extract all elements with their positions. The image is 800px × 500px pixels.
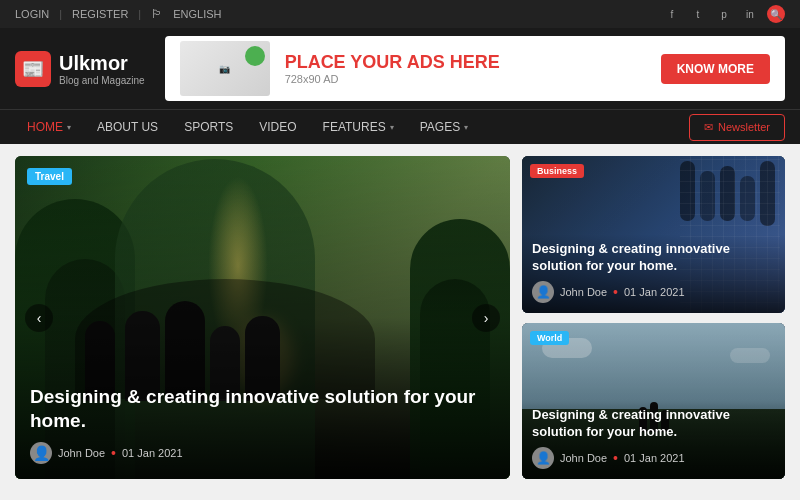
card-world-author-line: 👤 John Doe • 01 Jan 2021 [532, 447, 775, 469]
top-bar-left: LOGIN | REGISTER | 🏳 ENGLISH [15, 7, 221, 21]
card-world-dot: • [613, 450, 618, 466]
know-more-button[interactable]: KNOW MORE [661, 54, 770, 84]
top-bar: LOGIN | REGISTER | 🏳 ENGLISH f t p in 🔍 [0, 0, 800, 28]
chevron-down-icon: ▾ [464, 123, 468, 132]
featured-tag: Travel [27, 168, 72, 185]
nav-pages-label: PAGES [420, 120, 460, 134]
top-bar-right: f t p in 🔍 [663, 5, 785, 23]
featured-author-line: 👤 John Doe • 01 Jan 2021 [30, 442, 495, 464]
logo-sub: Blog and Magazine [59, 75, 145, 86]
side-cards: Business Designing & creating innovative… [522, 156, 785, 479]
separator: | [59, 8, 62, 20]
featured-author: John Doe [58, 447, 105, 459]
card-world[interactable]: World Designing & creating innovative so… [522, 323, 785, 480]
featured-avatar: 👤 [30, 442, 52, 464]
nav-sports-label: SPORTS [184, 120, 233, 134]
logo-text: Ulkmor Blog and Magazine [59, 52, 145, 86]
pinterest-icon[interactable]: p [715, 5, 733, 23]
featured-dot: • [111, 445, 116, 461]
login-link[interactable]: LOGIN [15, 8, 49, 20]
nav-about[interactable]: ABOUT US [85, 110, 170, 144]
nav-pages[interactable]: PAGES ▾ [408, 110, 480, 144]
card-world-author: John Doe [560, 452, 607, 464]
featured-title: Designing & creating innovative solution… [30, 385, 495, 434]
next-button[interactable]: › [472, 304, 500, 332]
nav-left: HOME ▾ ABOUT US SPORTS VIDEO FEATURES ▾ … [15, 110, 480, 144]
nav-features-label: FEATURES [323, 120, 386, 134]
chevron-down-icon: ▾ [390, 123, 394, 132]
featured-caption: Designing & creating innovative solution… [15, 370, 510, 479]
logo-name: Ulkmor [59, 52, 145, 75]
content: Travel ‹ › Designing & creating innovati… [0, 144, 800, 491]
instagram-icon[interactable]: in [741, 5, 759, 23]
card-business-tag: Business [530, 164, 584, 178]
card-business-author: John Doe [560, 286, 607, 298]
nav-video-label: VIDEO [259, 120, 296, 134]
nav-sports[interactable]: SPORTS [172, 110, 245, 144]
logo-icon: 📰 [15, 51, 51, 87]
card-business-avatar: 👤 [532, 281, 554, 303]
search-icon[interactable]: 🔍 [767, 5, 785, 23]
separator2: | [138, 8, 141, 20]
card-business[interactable]: Business Designing & creating innovative… [522, 156, 785, 313]
chevron-down-icon: ▾ [67, 123, 71, 132]
newsletter-label: Newsletter [718, 121, 770, 133]
language-link[interactable]: ENGLISH [173, 8, 221, 20]
card-business-date: 01 Jan 2021 [624, 286, 685, 298]
card-business-dot: • [613, 284, 618, 300]
card-business-title: Designing & creating innovative solution… [532, 241, 775, 275]
ad-sub: 728x90 AD [285, 73, 646, 85]
ad-banner: 📷 PLACE YOUR ADS HERE 728x90 AD KNOW MOR… [165, 36, 785, 101]
nav-video[interactable]: VIDEO [247, 110, 308, 144]
card-world-caption: Designing & creating innovative solution… [522, 397, 785, 479]
card-world-title: Designing & creating innovative solution… [532, 407, 775, 441]
card-world-avatar: 👤 [532, 447, 554, 469]
navigation: HOME ▾ ABOUT US SPORTS VIDEO FEATURES ▾ … [0, 109, 800, 144]
featured-date: 01 Jan 2021 [122, 447, 183, 459]
featured-article: Travel ‹ › Designing & creating innovati… [15, 156, 510, 479]
prev-button[interactable]: ‹ [25, 304, 53, 332]
card-business-caption: Designing & creating innovative solution… [522, 231, 785, 313]
facebook-icon[interactable]: f [663, 5, 681, 23]
twitter-icon[interactable]: t [689, 5, 707, 23]
header: 📰 Ulkmor Blog and Magazine 📷 PLACE YOUR … [0, 28, 800, 109]
nav-home[interactable]: HOME ▾ [15, 110, 83, 144]
mail-icon: ✉ [704, 121, 713, 134]
nav-home-label: HOME [27, 120, 63, 134]
register-link[interactable]: REGISTER [72, 8, 128, 20]
ad-image: 📷 [180, 41, 270, 96]
card-business-author-line: 👤 John Doe • 01 Jan 2021 [532, 281, 775, 303]
logo[interactable]: 📰 Ulkmor Blog and Magazine [15, 51, 145, 87]
newsletter-button[interactable]: ✉ Newsletter [689, 114, 785, 141]
language-flag: 🏳 [151, 7, 163, 21]
nav-features[interactable]: FEATURES ▾ [311, 110, 406, 144]
card-world-date: 01 Jan 2021 [624, 452, 685, 464]
nav-about-label: ABOUT US [97, 120, 158, 134]
card-world-tag: World [530, 331, 569, 345]
ad-title: PLACE YOUR ADS HERE [285, 52, 646, 73]
ad-text: PLACE YOUR ADS HERE 728x90 AD [285, 52, 646, 85]
